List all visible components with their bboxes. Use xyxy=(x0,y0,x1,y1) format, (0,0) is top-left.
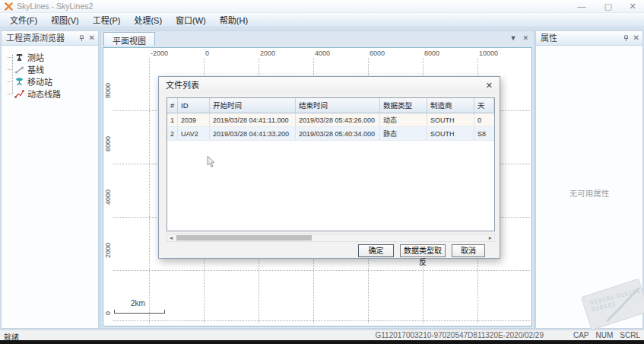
column-header-start-time[interactable]: 开始时间 xyxy=(210,98,296,113)
horizontal-scrollbar[interactable]: ◄ ► xyxy=(167,234,495,242)
ok-button[interactable]: 确定 xyxy=(358,244,394,257)
chevron-down-icon[interactable]: ▼ xyxy=(510,34,517,42)
app-logo-icon xyxy=(5,2,13,11)
cell-antenna: 0 xyxy=(474,113,494,126)
tree-connector xyxy=(12,55,13,93)
x-axis-tick: 10000 xyxy=(479,49,498,57)
table-row[interactable]: 2 UAV2 2019/03/28 04:41:33.200 2019/03/2… xyxy=(167,127,494,141)
cell-id: UAV2 xyxy=(178,127,210,140)
close-tab-icon[interactable]: ✕ xyxy=(522,34,528,42)
x-axis-tick: 2000 xyxy=(260,49,275,57)
dialog-close-icon[interactable]: ✕ xyxy=(486,77,493,94)
num-lock-indicator: NUM xyxy=(596,331,614,339)
cell-start-time: 2019/03/28 04:41:33.200 xyxy=(210,127,296,140)
tree-item-label: 基线 xyxy=(27,63,44,75)
scroll-right-arrow-icon[interactable]: ► xyxy=(487,234,494,241)
tree-item-baseline[interactable]: 基线 xyxy=(2,63,98,75)
explorer-panel: 工程资源浏览器 ✕ 测站 基线 移动站 xyxy=(1,30,99,329)
explorer-panel-title: 工程资源浏览器 xyxy=(6,33,65,43)
scroll-left-arrow-icon[interactable]: ◄ xyxy=(167,234,175,241)
properties-panel: 属性 ✕ 无可用属性 010101 010101 010101 xyxy=(535,30,643,329)
menu-item-window[interactable]: 窗口(W) xyxy=(169,12,213,27)
scrollbar-thumb[interactable] xyxy=(176,235,312,240)
cell-data-type: 静态 xyxy=(380,127,427,140)
gridline xyxy=(149,58,150,323)
menu-bar: 文件(F) 视图(V) 工程(P) 处理(S) 窗口(W) 帮助(H) xyxy=(0,13,644,27)
menu-item-help[interactable]: 帮助(H) xyxy=(213,12,255,27)
taskbar-strip xyxy=(0,340,644,344)
mouse-cursor-icon xyxy=(206,155,216,169)
minimize-button[interactable]: — xyxy=(576,1,587,11)
column-header-end-time[interactable]: 结束时间 xyxy=(296,98,380,113)
cell-index: 2 xyxy=(167,127,178,140)
column-header-id[interactable]: ID xyxy=(178,98,210,113)
caps-lock-indicator: CAP xyxy=(573,331,589,339)
table-row[interactable]: 1 2039 2019/03/28 04:41:11.000 2019/03/2… xyxy=(167,113,494,127)
tree-item-label: 移动站 xyxy=(27,75,52,88)
table-header-row: # ID 开始时间 结束时间 数据类型 制造商 天 xyxy=(167,98,494,113)
cell-index: 1 xyxy=(167,113,178,126)
menu-item-view[interactable]: 视图(V) xyxy=(44,12,86,27)
resource-tree: 测站 基线 移动站 动态线路 xyxy=(2,46,98,100)
baseline-icon xyxy=(14,65,24,75)
menu-item-process[interactable]: 处理(S) xyxy=(127,12,169,27)
cell-end-time: 2019/03/28 05:43:26.000 xyxy=(296,113,380,126)
dialog-title-bar[interactable]: 文件列表 ✕ xyxy=(159,77,500,94)
cell-manufacturer: SOUTH xyxy=(427,113,474,126)
tree-item-station[interactable]: 测站 xyxy=(2,51,98,63)
column-header-data-type[interactable]: 数据类型 xyxy=(380,98,427,113)
application-window: SkyLines - SkyLines2 — ▢ ✕ 文件(F) 视图(V) 工… xyxy=(0,0,644,344)
cell-end-time: 2019/03/28 05:40:34.000 xyxy=(296,127,380,140)
scale-label: 2km xyxy=(131,299,145,307)
cell-antenna: S8 xyxy=(474,127,494,140)
window-title: SkyLines - SkyLines2 xyxy=(17,2,93,11)
cancel-button[interactable]: 取消 xyxy=(452,244,485,257)
gridline xyxy=(113,320,530,321)
y-axis-tick: 8000 xyxy=(104,83,113,98)
tab-strip: 平面视图 ▼ ✕ xyxy=(101,31,534,46)
properties-panel-title: 属性 xyxy=(541,33,557,43)
cell-id: 2039 xyxy=(178,113,210,126)
x-axis-tick: 6000 xyxy=(370,49,385,57)
dynamic-route-icon xyxy=(14,89,24,99)
watermark-logo: 010101 010101 010101 xyxy=(581,279,644,330)
no-properties-text: 无可用属性 xyxy=(536,187,642,199)
pin-icon[interactable] xyxy=(78,35,85,42)
column-header-antenna[interactable]: 天 xyxy=(474,98,494,113)
license-text: G112017003210-97020547D811320E-2020/02/2… xyxy=(376,331,544,339)
cell-manufacturer: SOUTH xyxy=(427,127,474,140)
tab-plan-view[interactable]: 平面视图 xyxy=(103,32,155,46)
column-header-manufacturer[interactable]: 制造商 xyxy=(427,98,474,113)
maximize-button[interactable]: ▢ xyxy=(603,1,614,11)
status-bar: 就绪 G112017003210-97020547D811320E-2020/0… xyxy=(0,330,644,340)
y-axis-tick: 0 xyxy=(104,311,113,315)
explorer-panel-header: 工程资源浏览器 ✕ xyxy=(2,31,98,46)
tree-item-rover[interactable]: 移动站 xyxy=(2,75,98,88)
x-axis-tick: 4000 xyxy=(315,49,330,57)
scroll-lock-indicator: SCRL xyxy=(620,331,640,339)
column-header-index[interactable]: # xyxy=(167,98,178,113)
cell-data-type: 动态 xyxy=(380,113,427,126)
pin-icon[interactable] xyxy=(623,35,630,42)
dialog-title: 文件列表 xyxy=(166,81,199,90)
tree-item-label: 动态线路 xyxy=(27,88,61,100)
rover-station-icon xyxy=(14,77,24,87)
title-bar: SkyLines - SkyLines2 — ▢ ✕ xyxy=(0,0,644,13)
x-axis-tick: -2000 xyxy=(151,49,168,57)
x-axis-tick: 0 xyxy=(205,49,209,57)
scale-bar xyxy=(114,310,165,314)
station-icon xyxy=(14,53,24,62)
properties-panel-header: 属性 ✕ xyxy=(536,31,642,46)
menu-item-file[interactable]: 文件(F) xyxy=(3,12,44,27)
invert-data-type-button[interactable]: 数据类型取反 xyxy=(400,244,446,257)
x-axis-tick: 8000 xyxy=(424,49,439,57)
tree-item-label: 测站 xyxy=(27,51,44,63)
y-axis-tick: 4000 xyxy=(104,190,113,205)
menu-item-project[interactable]: 工程(P) xyxy=(86,12,128,27)
y-axis-tick: 2000 xyxy=(104,243,113,258)
close-panel-icon[interactable]: ✕ xyxy=(89,33,95,43)
close-panel-icon[interactable]: ✕ xyxy=(633,33,639,43)
tree-item-dynamic-route[interactable]: 动态线路 xyxy=(2,88,98,100)
cell-start-time: 2019/03/28 04:41:11.000 xyxy=(210,113,296,126)
close-button[interactable]: ✕ xyxy=(627,1,638,11)
